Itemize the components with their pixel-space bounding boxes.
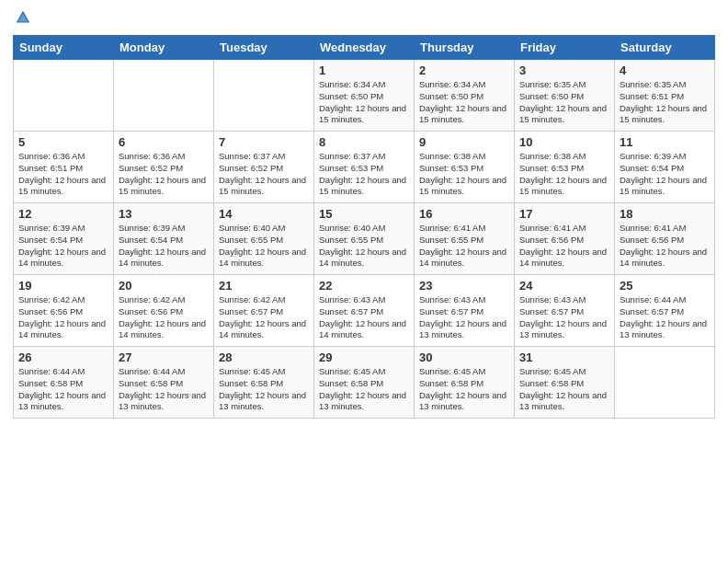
calendar-cell: 31Sunrise: 6:45 AM Sunset: 6:58 PM Dayli…: [515, 347, 615, 419]
day-number: 22: [319, 279, 409, 293]
day-info: Sunrise: 6:43 AM Sunset: 6:57 PM Dayligh…: [519, 294, 609, 341]
calendar-cell: 20Sunrise: 6:42 AM Sunset: 6:56 PM Dayli…: [114, 275, 214, 347]
day-number: 6: [119, 135, 209, 149]
day-number: 26: [18, 350, 108, 364]
calendar-cell: 21Sunrise: 6:42 AM Sunset: 6:57 PM Dayli…: [214, 275, 314, 347]
week-row-2: 12Sunrise: 6:39 AM Sunset: 6:54 PM Dayli…: [14, 203, 715, 275]
calendar-cell: 22Sunrise: 6:43 AM Sunset: 6:57 PM Dayli…: [314, 275, 415, 347]
week-row-1: 5Sunrise: 6:36 AM Sunset: 6:51 PM Daylig…: [14, 132, 715, 203]
day-info: Sunrise: 6:42 AM Sunset: 6:56 PM Dayligh…: [119, 294, 209, 341]
calendar-cell: 16Sunrise: 6:41 AM Sunset: 6:55 PM Dayli…: [415, 203, 515, 275]
day-info: Sunrise: 6:39 AM Sunset: 6:54 PM Dayligh…: [119, 223, 209, 270]
day-info: Sunrise: 6:41 AM Sunset: 6:56 PM Dayligh…: [620, 223, 710, 270]
day-number: 10: [519, 135, 609, 149]
day-info: Sunrise: 6:41 AM Sunset: 6:56 PM Dayligh…: [519, 223, 609, 270]
calendar-cell: 1Sunrise: 6:34 AM Sunset: 6:50 PM Daylig…: [314, 60, 415, 132]
week-row-3: 19Sunrise: 6:42 AM Sunset: 6:56 PM Dayli…: [14, 275, 715, 347]
day-info: Sunrise: 6:37 AM Sunset: 6:52 PM Dayligh…: [219, 151, 309, 198]
day-info: Sunrise: 6:40 AM Sunset: 6:55 PM Dayligh…: [319, 223, 409, 270]
day-number: 28: [219, 350, 309, 364]
week-row-0: 1Sunrise: 6:34 AM Sunset: 6:50 PM Daylig…: [14, 60, 715, 132]
day-number: 11: [620, 135, 710, 149]
day-info: Sunrise: 6:42 AM Sunset: 6:56 PM Dayligh…: [18, 294, 108, 341]
day-info: Sunrise: 6:37 AM Sunset: 6:53 PM Dayligh…: [319, 151, 409, 198]
day-number: 16: [419, 207, 509, 221]
day-info: Sunrise: 6:44 AM Sunset: 6:58 PM Dayligh…: [18, 366, 108, 413]
header-day-tuesday: Tuesday: [214, 36, 314, 60]
calendar-cell: 24Sunrise: 6:43 AM Sunset: 6:57 PM Dayli…: [515, 275, 615, 347]
calendar-cell: 23Sunrise: 6:43 AM Sunset: 6:57 PM Dayli…: [415, 275, 515, 347]
header-day-monday: Monday: [114, 36, 214, 60]
day-number: 8: [319, 135, 409, 149]
logo-icon: [15, 9, 31, 26]
header: [13, 9, 715, 28]
day-info: Sunrise: 6:34 AM Sunset: 6:50 PM Dayligh…: [319, 79, 409, 126]
day-info: Sunrise: 6:38 AM Sunset: 6:53 PM Dayligh…: [519, 151, 609, 198]
calendar-cell: [214, 60, 314, 132]
day-number: 14: [219, 207, 309, 221]
calendar-cell: 18Sunrise: 6:41 AM Sunset: 6:56 PM Dayli…: [615, 203, 715, 275]
day-info: Sunrise: 6:36 AM Sunset: 6:52 PM Dayligh…: [119, 151, 209, 198]
calendar-cell: [14, 60, 114, 132]
header-day-thursday: Thursday: [415, 36, 515, 60]
week-row-4: 26Sunrise: 6:44 AM Sunset: 6:58 PM Dayli…: [14, 347, 715, 419]
day-info: Sunrise: 6:45 AM Sunset: 6:58 PM Dayligh…: [519, 366, 609, 413]
day-info: Sunrise: 6:45 AM Sunset: 6:58 PM Dayligh…: [419, 366, 509, 413]
page: SundayMondayTuesdayWednesdayThursdayFrid…: [0, 0, 728, 563]
calendar-header-row: SundayMondayTuesdayWednesdayThursdayFrid…: [14, 36, 715, 60]
day-number: 24: [519, 279, 609, 293]
header-day-friday: Friday: [515, 36, 615, 60]
calendar-cell: 4Sunrise: 6:35 AM Sunset: 6:51 PM Daylig…: [615, 60, 715, 132]
day-number: 25: [620, 279, 710, 293]
calendar-cell: 12Sunrise: 6:39 AM Sunset: 6:54 PM Dayli…: [14, 203, 114, 275]
day-info: Sunrise: 6:38 AM Sunset: 6:53 PM Dayligh…: [419, 151, 509, 198]
calendar-cell: 26Sunrise: 6:44 AM Sunset: 6:58 PM Dayli…: [14, 347, 114, 419]
day-info: Sunrise: 6:39 AM Sunset: 6:54 PM Dayligh…: [18, 223, 108, 270]
day-number: 4: [620, 63, 710, 77]
day-number: 20: [119, 279, 209, 293]
day-info: Sunrise: 6:45 AM Sunset: 6:58 PM Dayligh…: [219, 366, 309, 413]
calendar-cell: [615, 347, 715, 419]
day-number: 3: [519, 63, 609, 77]
calendar-cell: 11Sunrise: 6:39 AM Sunset: 6:54 PM Dayli…: [615, 132, 715, 203]
calendar-cell: 27Sunrise: 6:44 AM Sunset: 6:58 PM Dayli…: [114, 347, 214, 419]
calendar-cell: 3Sunrise: 6:35 AM Sunset: 6:50 PM Daylig…: [515, 60, 615, 132]
day-number: 2: [419, 63, 509, 77]
day-number: 30: [419, 350, 509, 364]
calendar-cell: 2Sunrise: 6:34 AM Sunset: 6:50 PM Daylig…: [415, 60, 515, 132]
day-info: Sunrise: 6:42 AM Sunset: 6:57 PM Dayligh…: [219, 294, 309, 341]
day-info: Sunrise: 6:41 AM Sunset: 6:55 PM Dayligh…: [419, 223, 509, 270]
day-number: 7: [219, 135, 309, 149]
day-number: 9: [419, 135, 509, 149]
calendar-cell: 30Sunrise: 6:45 AM Sunset: 6:58 PM Dayli…: [415, 347, 515, 419]
day-info: Sunrise: 6:34 AM Sunset: 6:50 PM Dayligh…: [419, 79, 509, 126]
calendar-cell: 14Sunrise: 6:40 AM Sunset: 6:55 PM Dayli…: [214, 203, 314, 275]
day-number: 31: [519, 350, 609, 364]
calendar-cell: 5Sunrise: 6:36 AM Sunset: 6:51 PM Daylig…: [14, 132, 114, 203]
day-info: Sunrise: 6:40 AM Sunset: 6:55 PM Dayligh…: [219, 223, 309, 270]
day-info: Sunrise: 6:43 AM Sunset: 6:57 PM Dayligh…: [419, 294, 509, 341]
calendar-cell: [114, 60, 214, 132]
logo: [13, 9, 31, 28]
calendar-cell: 28Sunrise: 6:45 AM Sunset: 6:58 PM Dayli…: [214, 347, 314, 419]
calendar-table: SundayMondayTuesdayWednesdayThursdayFrid…: [13, 35, 715, 419]
calendar-cell: 29Sunrise: 6:45 AM Sunset: 6:58 PM Dayli…: [314, 347, 415, 419]
calendar-cell: 25Sunrise: 6:44 AM Sunset: 6:57 PM Dayli…: [615, 275, 715, 347]
day-number: 18: [620, 207, 710, 221]
header-day-sunday: Sunday: [14, 36, 114, 60]
day-number: 1: [319, 63, 409, 77]
day-info: Sunrise: 6:35 AM Sunset: 6:51 PM Dayligh…: [620, 79, 710, 126]
calendar-cell: 9Sunrise: 6:38 AM Sunset: 6:53 PM Daylig…: [415, 132, 515, 203]
calendar-cell: 8Sunrise: 6:37 AM Sunset: 6:53 PM Daylig…: [314, 132, 415, 203]
day-number: 5: [18, 135, 108, 149]
header-day-saturday: Saturday: [615, 36, 715, 60]
calendar-cell: 6Sunrise: 6:36 AM Sunset: 6:52 PM Daylig…: [114, 132, 214, 203]
day-info: Sunrise: 6:43 AM Sunset: 6:57 PM Dayligh…: [319, 294, 409, 341]
day-number: 17: [519, 207, 609, 221]
day-number: 27: [119, 350, 209, 364]
day-info: Sunrise: 6:39 AM Sunset: 6:54 PM Dayligh…: [620, 151, 710, 198]
calendar-cell: 19Sunrise: 6:42 AM Sunset: 6:56 PM Dayli…: [14, 275, 114, 347]
day-info: Sunrise: 6:45 AM Sunset: 6:58 PM Dayligh…: [319, 366, 409, 413]
day-info: Sunrise: 6:44 AM Sunset: 6:57 PM Dayligh…: [620, 294, 710, 341]
day-number: 19: [18, 279, 108, 293]
